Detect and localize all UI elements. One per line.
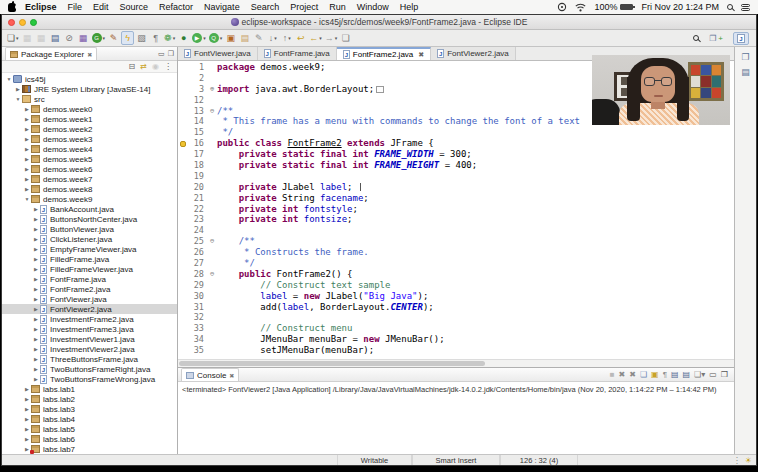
toolbar-save-button[interactable]: ▦ (21, 31, 34, 45)
console-minimize-button[interactable]: ▭ (709, 370, 717, 379)
toolbar-linked-editor-button[interactable]: ❏ (339, 31, 352, 45)
expand-icon[interactable]: ▶ (32, 266, 40, 272)
open-perspective-button[interactable]: ❐+ (706, 32, 726, 45)
expand-icon[interactable]: ▶ (32, 236, 40, 242)
tree-item-labs-lab6[interactable]: ▶labs.lab6 (2, 434, 177, 444)
code-line-22[interactable]: 22 private int fontstyle; (178, 204, 734, 215)
tree-item-labs-lab7[interactable]: ▶labs.lab7 (2, 444, 177, 454)
menu-item-project[interactable]: Project (290, 2, 318, 12)
tree-item-bankaccount-java[interactable]: ▶JBankAccount.java (2, 204, 177, 214)
tree-item-demos-week8[interactable]: ▶demos.week8 (2, 184, 177, 194)
expand-icon[interactable]: ▶ (23, 416, 31, 422)
toolbar-new-package-button[interactable]: ▣ (224, 31, 237, 45)
code-line-33[interactable]: 33 // Construct menu (178, 323, 734, 334)
menu-item-search[interactable]: Search (251, 2, 280, 12)
tree-item-fontframe2-java[interactable]: ▶JFontFrame2.java (2, 284, 177, 294)
expand-icon[interactable]: ▶ (32, 206, 40, 212)
expand-icon[interactable]: ▶ (14, 86, 22, 92)
wifi-icon[interactable] (575, 3, 586, 12)
fold-minus-icon[interactable]: ⊖ (207, 106, 217, 117)
collapse-icon[interactable]: ▼ (14, 96, 22, 102)
code-line-21[interactable]: 21 private String facename; (178, 193, 734, 204)
editor-tab-fontviewer-java[interactable]: JFontViewer.java (178, 47, 258, 60)
control-center-icon[interactable] (741, 4, 750, 11)
expand-icon[interactable]: ▶ (32, 296, 40, 302)
code-line-17[interactable]: 17 private static final int FRAME_WIDTH … (178, 149, 734, 160)
expand-icon[interactable]: ▶ (23, 116, 31, 122)
code-line-26[interactable]: 26 * Constructs the frame. (178, 247, 734, 258)
tree-item-threebuttonsframe-java[interactable]: ▶JThreeButtonsFrame.java (2, 354, 177, 364)
console-scroll-lock-button[interactable]: ▣ (651, 370, 659, 379)
code-line-15[interactable]: 15 */ (178, 127, 734, 138)
close-tab-icon[interactable]: ✖ (418, 51, 424, 59)
code-line-32[interactable]: 32 (178, 312, 734, 323)
fold-minus-icon[interactable]: ⊖ (207, 269, 217, 280)
spotlight-search-icon[interactable] (727, 4, 733, 10)
tree-item-twobuttonsframeright-java[interactable]: ▶JTwoButtonsFrameRight.java (2, 364, 177, 374)
toolbar-next-annotation-button[interactable]: ↓▾ (266, 31, 279, 45)
tree-item-demos-week9[interactable]: ▼demos.week9 (2, 194, 177, 204)
code-line-20[interactable]: 20 private JLabel label; (178, 182, 734, 193)
toolbar-annotate-button[interactable]: ✎ (252, 31, 265, 45)
tree-item-investmentframe3-java[interactable]: ▶JInvestmentFrame3.java (2, 324, 177, 334)
tree-item-src[interactable]: ▼src (2, 94, 177, 104)
menu-item-run[interactable]: Run (329, 2, 346, 12)
code-line-24[interactable]: 24 (178, 225, 734, 236)
expand-icon[interactable]: ▶ (23, 126, 31, 132)
menu-item-eclipse[interactable]: Eclipse (25, 2, 57, 12)
code-line-34[interactable]: 34 JMenuBar menuBar = new JMenuBar(); (178, 334, 734, 345)
editor-tab-fontviewer2-java[interactable]: JFontViewer2.java (431, 47, 516, 60)
accessibility-icon[interactable] (557, 2, 567, 12)
tree-item-ics45j[interactable]: ▼ics45j (2, 74, 177, 84)
tree-item-buttonviewer-java[interactable]: ▶JButtonViewer.java (2, 224, 177, 234)
menu-item-help[interactable]: Help (400, 2, 419, 12)
console-clear-console-button[interactable]: ❏ (640, 370, 647, 379)
code-line-28[interactable]: 28⊖ public FontFrame2() { (178, 269, 734, 280)
hscroll-thumb[interactable] (179, 361, 485, 366)
code-line-35[interactable]: 35 setJMenuBar(menuBar); (178, 345, 734, 356)
expand-icon[interactable]: ▶ (32, 256, 40, 262)
folded-code-box[interactable] (376, 86, 384, 93)
view-menu-icon[interactable]: ⋮ (164, 62, 172, 71)
tree-item-demos-week2[interactable]: ▶demos.week2 (2, 124, 177, 134)
tree-item-filledframe-java[interactable]: ▶JFilledFrame.java (2, 254, 177, 264)
tree-item-fontviewer2-java[interactable]: ▶JFontViewer2.java (2, 304, 177, 314)
code-line-31[interactable]: 31 add(label, BorderLayout.CENTER); (178, 302, 734, 313)
console-display-selected-console-button[interactable]: ▤ (683, 370, 691, 379)
maximize-view-icon[interactable]: ❒ (168, 50, 174, 58)
code-line-19[interactable]: 19 (178, 171, 734, 182)
console-pin-console-button[interactable]: ▤ (671, 370, 679, 379)
code-line-30[interactable]: 30 label = new JLabel("Big Java"); (178, 291, 734, 302)
console-tab[interactable]: Console ✖ (181, 368, 239, 381)
collapse-icon[interactable]: ▼ (23, 196, 31, 202)
menu-item-window[interactable]: Window (357, 2, 389, 12)
toolbar-debug-button[interactable]: ● (177, 31, 190, 45)
expand-icon[interactable]: ▶ (23, 386, 31, 392)
toolbar-coverage-button[interactable]: Q▾ (208, 31, 224, 45)
toolbar-new-button[interactable]: ❏▾ (6, 31, 20, 45)
quick-access-search-icon[interactable] (693, 35, 699, 41)
tree-item-labs-lab1[interactable]: ▶labs.lab1 (2, 384, 177, 394)
console-word-wrap-button[interactable]: ¶ (663, 370, 667, 379)
toolbar-forward-button[interactable]: →▾ (324, 31, 339, 45)
expand-icon[interactable]: ▶ (23, 406, 31, 412)
package-explorer-tab[interactable]: Package Explorer ✖ (5, 47, 97, 60)
minimize-view-icon[interactable]: ▭ (158, 50, 165, 58)
console-open-console-dropdown-button[interactable]: ❏▾ (694, 370, 705, 379)
expand-icon[interactable]: ▶ (32, 336, 40, 342)
tree-item-filledframeviewer-java[interactable]: ▶JFilledFrameViewer.java (2, 264, 177, 274)
expand-icon[interactable]: ▶ (32, 276, 40, 282)
tree-item-demos-week6[interactable]: ▶demos.week6 (2, 164, 177, 174)
tree-item-twobuttonsframewrong-java[interactable]: ▶JTwoButtonsFrameWrong.java (2, 374, 177, 384)
expand-icon[interactable]: ▶ (32, 286, 40, 292)
tree-item-jre-system-library-javase-14-[interactable]: ▶JRE System Library [JavaSE-14] (2, 84, 177, 94)
tree-item-fontframe-java[interactable]: ▶JFontFrame.java (2, 274, 177, 284)
tree-item-demos-week4[interactable]: ▶demos.week4 (2, 144, 177, 154)
tree-item-demos-week0[interactable]: ▶demos.week0 (2, 104, 177, 114)
toolbar-run-button[interactable]: ▶▾ (191, 31, 207, 45)
tree-item-labs-lab2[interactable]: ▶labs.lab2 (2, 394, 177, 404)
tree-item-demos-week7[interactable]: ▶demos.week7 (2, 174, 177, 184)
tree-item-demos-week5[interactable]: ▶demos.week5 (2, 154, 177, 164)
toolbar-save-all-button[interactable]: ▦ (35, 31, 48, 45)
java-perspective-button[interactable]: J (733, 32, 749, 45)
